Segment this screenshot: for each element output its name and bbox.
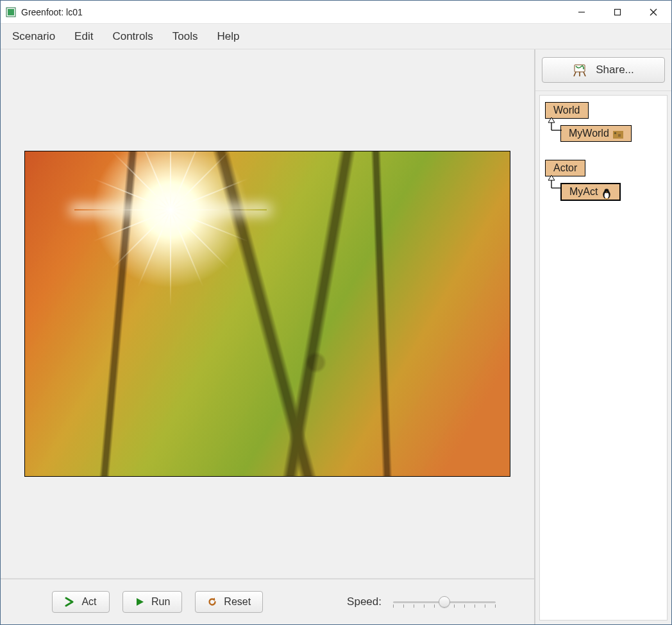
svg-rect-1	[8, 9, 14, 15]
class-actor[interactable]: Actor	[545, 160, 585, 176]
reset-button[interactable]: Reset	[195, 591, 263, 613]
reset-icon	[207, 597, 217, 607]
menu-edit[interactable]: Edit	[74, 30, 93, 43]
run-label: Run	[151, 596, 170, 608]
class-tree-world: World MyWorld	[545, 102, 662, 142]
menu-controls[interactable]: Controls	[112, 30, 153, 43]
class-myact[interactable]: MyAct	[560, 183, 621, 201]
share-button[interactable]: Share...	[542, 57, 665, 83]
run-button[interactable]: Run	[122, 591, 182, 613]
world-viewport	[1, 49, 534, 578]
menu-help[interactable]: Help	[217, 30, 239, 43]
class-myworld-label: MyWorld	[569, 128, 609, 139]
window-controls	[564, 1, 671, 24]
control-bar: Act Run Reset Speed:	[1, 578, 534, 624]
world-background-overlay	[25, 151, 510, 476]
close-button[interactable]	[635, 1, 671, 24]
minimize-button[interactable]	[564, 1, 600, 24]
slider-thumb[interactable]	[439, 596, 450, 608]
maximize-button[interactable]	[600, 1, 635, 24]
sunburst-icon	[169, 209, 172, 211]
menu-tools[interactable]: Tools	[172, 30, 198, 43]
svg-rect-3	[615, 10, 621, 15]
window-title: Greenfoot: lc01	[21, 7, 83, 17]
app-icon	[6, 7, 16, 17]
content: Act Run Reset Speed:	[1, 49, 671, 624]
speed-label: Speed:	[347, 595, 382, 608]
class-tree-actor: Actor MyAct	[545, 160, 662, 201]
menubar: Scenario Edit Controls Tools Help	[1, 24, 671, 49]
class-myact-label: MyAct	[569, 186, 598, 198]
left-pane: Act Run Reset Speed:	[1, 49, 535, 624]
menu-scenario[interactable]: Scenario	[12, 30, 55, 43]
svg-line-9	[574, 72, 576, 76]
class-browser: World MyWorld	[539, 95, 668, 621]
inherit-arrow-icon	[545, 176, 560, 196]
act-label: Act	[81, 596, 96, 608]
share-label: Share...	[596, 64, 634, 76]
share-area: Share...	[535, 49, 671, 91]
class-world[interactable]: World	[545, 102, 589, 119]
class-myworld[interactable]: MyWorld	[560, 125, 632, 142]
act-button[interactable]: Act	[52, 591, 110, 613]
svg-marker-6	[137, 598, 144, 606]
class-world-label: World	[553, 105, 580, 116]
svg-line-10	[584, 72, 585, 76]
world-stage[interactable]	[24, 151, 510, 477]
class-actor-label: Actor	[553, 162, 577, 174]
svg-marker-18	[548, 175, 555, 180]
svg-marker-12	[548, 117, 555, 123]
svg-marker-24	[605, 198, 609, 200]
play-icon	[135, 597, 145, 607]
speed-control: Speed:	[347, 595, 521, 608]
inherit-arrow-icon	[545, 119, 560, 138]
right-pane: Share... World	[535, 49, 671, 624]
svg-rect-16	[614, 132, 616, 134]
reset-label: Reset	[224, 596, 251, 608]
step-icon	[65, 597, 75, 607]
penguin-icon	[601, 188, 612, 196]
world-thumbnail-icon	[613, 130, 623, 137]
easel-icon	[573, 64, 587, 76]
speed-slider[interactable]	[393, 595, 496, 608]
titlebar: Greenfoot: lc01	[1, 1, 671, 24]
svg-rect-17	[618, 134, 621, 137]
